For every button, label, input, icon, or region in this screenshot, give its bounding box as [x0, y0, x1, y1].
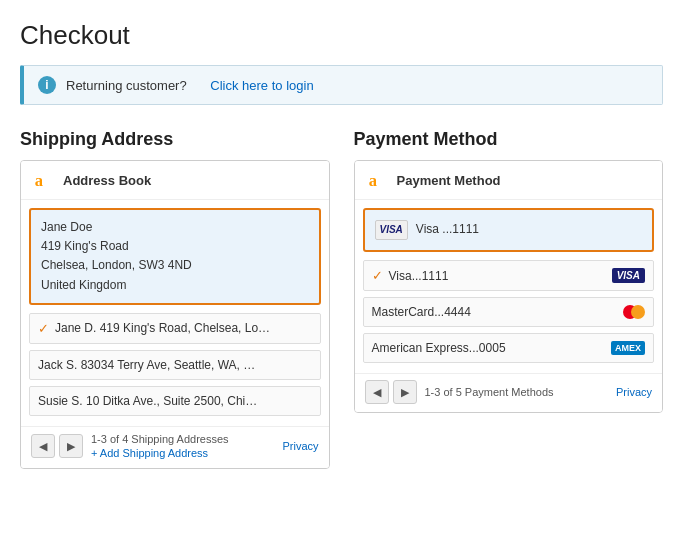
payment-row-left-1: ✓ Visa...1111	[372, 268, 449, 283]
payment-privacy-link[interactable]: Privacy	[616, 386, 652, 398]
shipping-privacy-link[interactable]: Privacy	[282, 440, 318, 452]
payment-row[interactable]: ✓ Visa...1111 VISA	[363, 260, 655, 291]
returning-customer-text: Returning customer?	[66, 78, 187, 93]
payment-list: ✓ Visa...1111 VISA MasterCard...4444	[355, 260, 663, 373]
payment-row-left-3: American Express...0005	[372, 341, 506, 355]
shipping-next-button[interactable]: ▶	[59, 434, 83, 458]
shipping-card-footer: ◀ ▶ 1-3 of 4 Shipping Addresses + Add Sh…	[21, 426, 329, 468]
payment-row-label-2: MasterCard...4444	[372, 305, 471, 319]
selected-payment-label: Visa ...1111	[416, 220, 479, 239]
payment-row[interactable]: American Express...0005 AMEX	[363, 333, 655, 363]
payment-card-title: Payment Method	[397, 173, 501, 188]
address-list: ✓ Jane D. 419 King's Road, Chelsea, Lond…	[21, 313, 329, 426]
info-icon: i	[38, 76, 56, 94]
selected-payment-box: VISA Visa ...1111	[363, 208, 655, 252]
amazon-logo-shipping: a	[33, 169, 55, 191]
payment-card-footer: ◀ ▶ 1-3 of 5 Payment Methods Privacy	[355, 373, 663, 412]
address-row-label-2: Jack S. 83034 Terry Ave, Seattle, WA, 98…	[38, 358, 258, 372]
payment-count: 1-3 of 5 Payment Methods	[425, 386, 554, 398]
shipping-column: Shipping Address a Address Book Jane Doe…	[20, 129, 330, 469]
svg-text:a: a	[35, 171, 43, 190]
shipping-section-title: Shipping Address	[20, 129, 330, 150]
shipping-card-title: Address Book	[63, 173, 151, 188]
shipping-nav-buttons: ◀ ▶	[31, 434, 83, 458]
payment-row-label-3: American Express...0005	[372, 341, 506, 355]
shipping-card-header: a Address Book	[21, 161, 329, 200]
payment-row[interactable]: MasterCard...4444	[363, 297, 655, 327]
shipping-card: a Address Book Jane Doe 419 King's Road …	[20, 160, 330, 469]
login-link[interactable]: Click here to login	[210, 78, 313, 93]
payment-prev-button[interactable]: ◀	[365, 380, 389, 404]
visa-logo-1: VISA	[612, 268, 645, 283]
payment-nav-buttons: ◀ ▶	[365, 380, 417, 404]
check-icon-1: ✓	[38, 321, 49, 336]
shipping-count: 1-3 of 4 Shipping Addresses	[91, 433, 229, 445]
amex-logo: AMEX	[611, 341, 645, 355]
selected-visa-logo: VISA	[375, 220, 408, 240]
address-row-label-1: Jane D. 419 King's Road, Chelsea, London…	[55, 321, 275, 335]
selected-address-box: Jane Doe 419 King's Road Chelsea, London…	[29, 208, 321, 305]
address-row-label-3: Susie S. 10 Ditka Ave., Suite 2500, Chic…	[38, 394, 258, 408]
selected-address-name: Jane Doe	[41, 218, 309, 237]
mc-right-circle	[631, 305, 645, 319]
mastercard-logo	[623, 305, 645, 319]
shipping-prev-button[interactable]: ◀	[31, 434, 55, 458]
amazon-logo-payment: a	[367, 169, 389, 191]
payment-next-button[interactable]: ▶	[393, 380, 417, 404]
payment-section-title: Payment Method	[354, 129, 664, 150]
main-columns: Shipping Address a Address Book Jane Doe…	[20, 129, 663, 469]
payment-card: a Payment Method VISA Visa ...1111 ✓ Vis…	[354, 160, 664, 413]
page-title: Checkout	[20, 20, 663, 51]
info-banner: i Returning customer? Click here to logi…	[20, 65, 663, 105]
address-row[interactable]: ✓ Jane D. 419 King's Road, Chelsea, Lond…	[29, 313, 321, 344]
add-shipping-link[interactable]: + Add Shipping Address	[91, 447, 208, 459]
payment-row-left-2: MasterCard...4444	[372, 305, 471, 319]
payment-column: Payment Method a Payment Method VISA Vis…	[354, 129, 664, 469]
check-icon-visa: ✓	[372, 268, 383, 283]
selected-address-line1: 419 King's Road	[41, 237, 309, 256]
payment-card-header: a Payment Method	[355, 161, 663, 200]
selected-address-line2: Chelsea, London, SW3 4ND	[41, 256, 309, 275]
svg-text:a: a	[368, 171, 376, 190]
address-row[interactable]: Susie S. 10 Ditka Ave., Suite 2500, Chic…	[29, 386, 321, 416]
payment-row-label-1: Visa...1111	[389, 269, 449, 283]
selected-address-line3: United Kingdom	[41, 276, 309, 295]
address-row[interactable]: Jack S. 83034 Terry Ave, Seattle, WA, 98…	[29, 350, 321, 380]
